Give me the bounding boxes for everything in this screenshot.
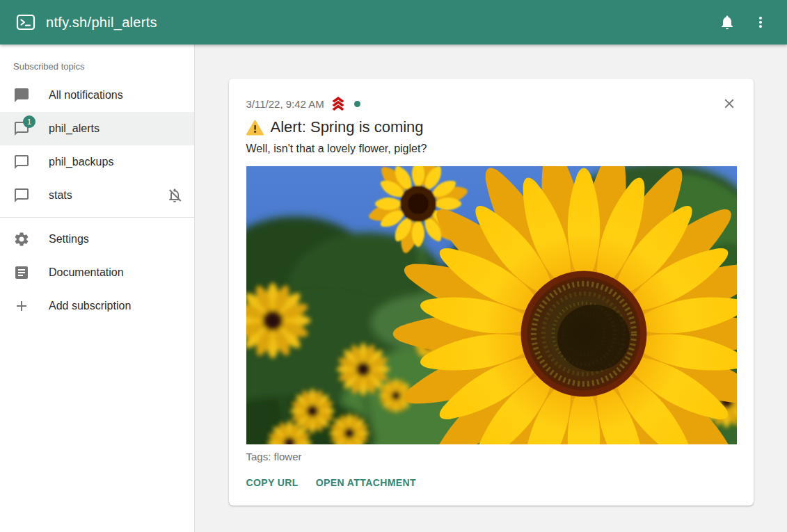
sidebar-item-documentation[interactable]: Documentation bbox=[0, 256, 194, 289]
sidebar-item-phil-alerts[interactable]: 1 phil_alerts bbox=[0, 112, 194, 145]
notification-title: Alert: Spring is coming bbox=[271, 117, 424, 138]
sidebar: Subscribed topics All notifications 1 ph… bbox=[0, 45, 195, 532]
sidebar-item-label: phil_backups bbox=[49, 156, 183, 168]
plus-icon bbox=[13, 298, 30, 314]
attachment-image[interactable]: Photo of a sunflower field: one large su… bbox=[246, 166, 737, 444]
sidebar-item-label: Settings bbox=[49, 233, 183, 245]
notification-actions: COPY URL OPEN ATTACHMENT bbox=[229, 462, 754, 506]
notification-meta-row: 3/11/22, 9:42 AM bbox=[246, 97, 737, 111]
sidebar-item-label: stats bbox=[49, 189, 166, 202]
unread-count-badge: 1 bbox=[23, 115, 35, 128]
app-bar: ntfy.sh/phil_alerts bbox=[0, 0, 787, 45]
copy-url-button[interactable]: COPY URL bbox=[246, 474, 299, 491]
sidebar-item-all-notifications[interactable]: All notifications bbox=[0, 79, 194, 112]
notification-title-row: Alert: Spring is coming bbox=[246, 117, 737, 138]
notification-message: Well, isn't that a lovely flower, piglet… bbox=[246, 140, 737, 157]
overflow-menu-button[interactable] bbox=[744, 6, 777, 39]
warning-triangle-icon bbox=[246, 120, 264, 136]
main-content: 3/11/22, 9:42 AM bbox=[195, 45, 787, 532]
gear-icon bbox=[13, 231, 30, 248]
open-attachment-button[interactable]: OPEN ATTACHMENT bbox=[316, 474, 416, 491]
bell-icon bbox=[719, 14, 736, 31]
kebab-menu-icon bbox=[752, 14, 769, 31]
close-notification-button[interactable] bbox=[720, 95, 738, 113]
sidebar-item-label: phil_alerts bbox=[49, 122, 183, 135]
sidebar-divider bbox=[0, 217, 194, 218]
sidebar-item-label: All notifications bbox=[49, 89, 183, 102]
chat-bubble-outline-icon bbox=[13, 154, 30, 170]
chat-bubble-outline-icon: 1 bbox=[13, 120, 30, 137]
sidebar-item-label: Documentation bbox=[49, 266, 183, 279]
notifications-bell-button[interactable] bbox=[710, 6, 744, 39]
terminal-logo-icon bbox=[15, 12, 36, 33]
unread-dot-icon bbox=[354, 101, 360, 107]
sidebar-item-phil-backups[interactable]: phil_backups bbox=[0, 145, 194, 179]
close-icon bbox=[722, 96, 737, 111]
sidebar-item-label: Add subscription bbox=[49, 300, 183, 312]
chat-bubble-outline-icon bbox=[13, 187, 30, 204]
page-title: ntfy.sh/phil_alerts bbox=[46, 15, 157, 31]
sidebar-item-stats[interactable]: stats bbox=[0, 179, 194, 212]
notification-tags: Tags: flower bbox=[246, 451, 737, 462]
notification-timestamp: 3/11/22, 9:42 AM bbox=[246, 97, 324, 111]
sidebar-item-add-subscription[interactable]: Add subscription bbox=[0, 289, 194, 323]
chat-bubble-filled-icon bbox=[13, 87, 30, 104]
article-icon bbox=[13, 264, 30, 281]
priority-high-icon bbox=[330, 97, 347, 111]
ntfy-app: ntfy.sh/phil_alerts Subscribed topics bbox=[0, 0, 787, 532]
notification-card: 3/11/22, 9:42 AM bbox=[229, 79, 754, 506]
notifications-off-icon bbox=[166, 187, 183, 204]
subscribed-topics-subheader: Subscribed topics bbox=[0, 49, 194, 79]
sidebar-item-settings[interactable]: Settings bbox=[0, 223, 194, 256]
